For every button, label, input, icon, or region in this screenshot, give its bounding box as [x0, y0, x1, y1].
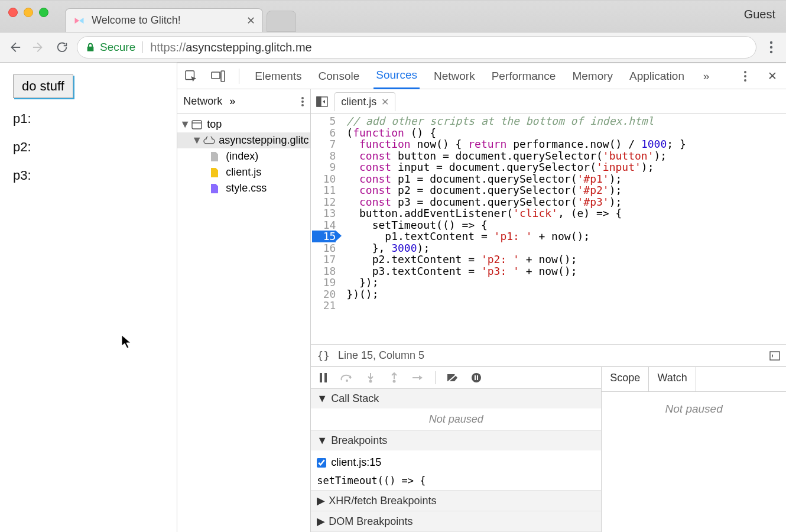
coverage-toggle-icon[interactable]	[769, 351, 780, 361]
devtools: Elements Console Sources Network Perform…	[177, 63, 786, 532]
devtools-menu-icon[interactable]	[738, 69, 753, 84]
gutter[interactable]: 56789101112131415161718192021	[311, 114, 339, 344]
svg-point-21	[393, 380, 396, 383]
dom-breakpoints-header[interactable]: ▶DOM Breakpoints	[311, 511, 601, 531]
navigator-more-icon[interactable]: »	[229, 95, 235, 108]
tab-elements[interactable]: Elements	[252, 64, 304, 89]
favicon-icon	[73, 14, 86, 27]
devtools-body: Network » ▼ top ▼	[177, 89, 786, 532]
js-file-icon	[210, 167, 222, 178]
editor-tab-filename: client.js	[341, 96, 376, 108]
step-over-icon[interactable]	[340, 371, 353, 384]
section-call-stack: ▼Call Stack Not paused	[311, 389, 601, 431]
window-icon	[191, 120, 203, 129]
code-content[interactable]: // add other scripts at the bottom of in…	[339, 114, 786, 344]
window-zoom-icon[interactable]	[39, 8, 48, 17]
editor-tabs: client.js ✕	[311, 89, 786, 114]
tree-domain[interactable]: ▼ asyncstepping.glitc	[177, 132, 310, 148]
svg-rect-15	[317, 97, 321, 106]
svg-rect-5	[221, 71, 225, 82]
url-text: https://asyncstepping.glitch.me	[150, 41, 311, 54]
secure-label-text: Secure	[100, 41, 135, 54]
tab-strip: Welcome to Glitch! ✕ Guest	[0, 1, 786, 32]
new-tab-button[interactable]	[267, 11, 296, 32]
section-dom-breakpoints: ▶DOM Breakpoints	[311, 511, 601, 532]
window-minimize-icon[interactable]	[24, 8, 33, 17]
svg-point-20	[369, 380, 372, 383]
call-stack-header[interactable]: ▼Call Stack	[311, 389, 601, 408]
inspect-icon[interactable]	[183, 69, 199, 84]
secure-indicator: Secure	[86, 41, 135, 54]
breakpoint-code: setTimeout(() => {	[311, 475, 601, 490]
svg-rect-17	[320, 373, 322, 382]
svg-point-2	[770, 51, 772, 53]
browser-toolbar: Secure https://asyncstepping.glitch.me	[0, 32, 786, 63]
device-toggle-icon[interactable]	[210, 69, 226, 84]
nav-reload-icon[interactable]	[53, 38, 71, 56]
tabs-overflow-icon[interactable]: »	[699, 69, 714, 84]
deactivate-breakpoints-icon[interactable]	[446, 371, 459, 384]
devtools-close-icon[interactable]: ✕	[765, 69, 780, 84]
tab-scope[interactable]: Scope	[602, 367, 649, 391]
tree-file-style[interactable]: style.css	[177, 180, 310, 196]
debugger-toolbar	[311, 367, 601, 389]
toggle-navigator-icon[interactable]	[314, 96, 330, 107]
rendered-page: do stuff p1: p2: p3:	[0, 63, 177, 532]
breakpoint-checkbox[interactable]	[317, 458, 326, 468]
tab-close-icon[interactable]: ✕	[246, 15, 256, 26]
svg-point-10	[301, 100, 304, 103]
guest-label[interactable]: Guest	[744, 8, 775, 21]
svg-rect-25	[477, 375, 478, 380]
nav-back-icon[interactable]	[6, 38, 24, 56]
step-icon[interactable]	[411, 371, 424, 384]
browser-tab[interactable]: Welcome to Glitch! ✕	[65, 8, 263, 32]
tree-file-index[interactable]: (index)	[177, 148, 310, 164]
editor-tab-close-icon[interactable]: ✕	[381, 96, 389, 108]
pretty-print-icon[interactable]: {}	[317, 349, 330, 362]
editor-pane: client.js ✕ 5678910111213141516171819202…	[311, 89, 786, 532]
tab-network[interactable]: Network	[431, 64, 478, 89]
nav-forward-icon	[30, 38, 47, 56]
tree-file-client[interactable]: client.js	[177, 164, 310, 180]
p3-label: p3:	[13, 168, 164, 183]
step-out-icon[interactable]	[388, 371, 401, 384]
tab-performance[interactable]: Performance	[489, 64, 558, 89]
window-traffic-lights	[8, 8, 48, 17]
call-stack-body: Not paused	[311, 408, 601, 430]
svg-rect-16	[770, 352, 779, 360]
pause-on-exceptions-icon[interactable]	[470, 371, 483, 384]
svg-point-11	[301, 104, 304, 106]
browser-menu-icon[interactable]	[762, 38, 780, 56]
devtools-tab-bar: Elements Console Sources Network Perform…	[177, 63, 786, 89]
do-stuff-button[interactable]: do stuff	[13, 74, 73, 98]
navigator-tab[interactable]: Network	[183, 95, 222, 108]
svg-point-9	[301, 97, 304, 99]
svg-point-8	[744, 79, 746, 82]
svg-point-0	[770, 41, 772, 44]
tree-top[interactable]: ▼ top	[177, 116, 310, 132]
code-editor[interactable]: 56789101112131415161718192021 // add oth…	[311, 114, 786, 344]
tab-memory[interactable]: Memory	[570, 64, 615, 89]
breakpoint-location: client.js:15	[331, 456, 381, 469]
step-into-icon[interactable]	[364, 371, 377, 384]
navigator-menu-icon[interactable]	[301, 96, 304, 107]
breakpoint-marker[interactable]: 15	[312, 231, 336, 242]
svg-point-1	[770, 46, 772, 48]
editor-tab[interactable]: client.js ✕	[334, 92, 395, 111]
pause-icon[interactable]	[317, 371, 330, 384]
css-file-icon	[210, 183, 222, 194]
tab-sources[interactable]: Sources	[373, 63, 420, 89]
address-bar[interactable]: Secure https://asyncstepping.glitch.me	[77, 36, 756, 59]
svg-point-7	[744, 75, 746, 77]
debugger-left: ▼Call Stack Not paused ▼Breakpoints clie…	[311, 367, 602, 532]
svg-point-6	[744, 71, 746, 73]
xhr-breakpoints-header[interactable]: ▶XHR/fetch Breakpoints	[311, 491, 601, 511]
window-close-icon[interactable]	[8, 8, 18, 17]
tab-application[interactable]: Application	[627, 64, 687, 89]
section-breakpoints: ▼Breakpoints client.js:15 setTimeout(() …	[311, 431, 601, 491]
tab-watch[interactable]: Watch	[649, 367, 696, 391]
breakpoint-item[interactable]: client.js:15	[317, 455, 595, 470]
tab-console[interactable]: Console	[316, 64, 362, 89]
file-tree: ▼ top ▼ asyncstepping.glitc (index)	[177, 114, 310, 532]
breakpoints-header[interactable]: ▼Breakpoints	[311, 431, 601, 450]
